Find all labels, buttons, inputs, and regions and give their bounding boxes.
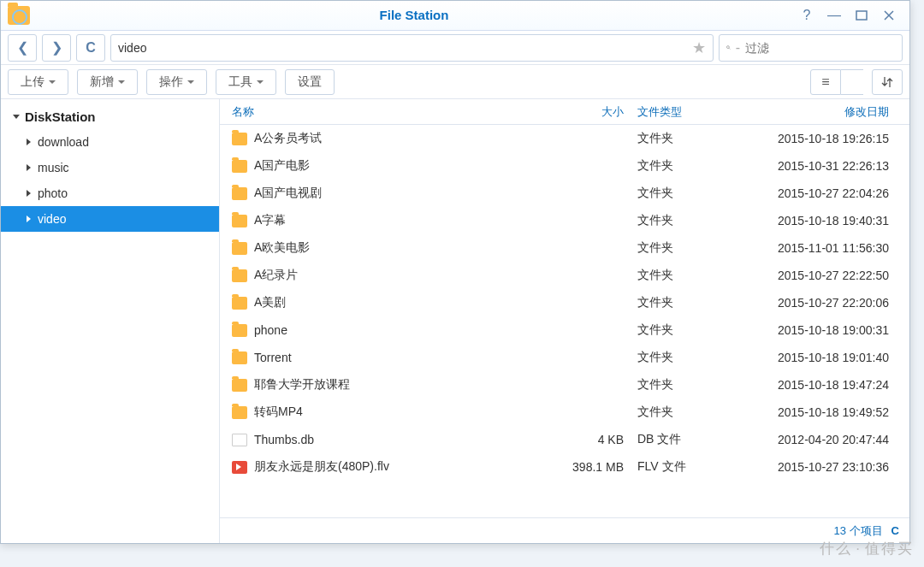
file-date: 2015-10-27 22:20:06 [732,296,903,310]
chevron-left-icon: ❮ [17,39,28,56]
filter-box[interactable]: - [719,34,903,62]
folder-icon [232,160,247,173]
file-row[interactable]: A美剧文件夹2015-10-27 22:20:06 [220,289,909,316]
folder-icon [232,242,247,255]
file-name: phone [254,323,287,337]
tool-button[interactable]: 工具 [216,69,276,95]
grid-body[interactable]: A公务员考试文件夹2015-10-18 19:26:15A国产电影文件夹2015… [220,125,909,517]
settings-button[interactable]: 设置 [285,69,335,95]
folder-icon [232,269,247,282]
close-button[interactable] [875,4,903,27]
file-row[interactable]: A纪录片文件夹2015-10-27 22:22:50 [220,262,909,289]
help-button[interactable]: ? [793,4,820,27]
expand-icon [27,139,31,145]
folder-icon [232,406,247,419]
sort-icon [880,76,894,88]
search-icon [726,41,731,54]
maximize-icon [856,9,868,21]
sort-button[interactable] [872,69,903,95]
file-row[interactable]: Torrent文件夹2015-10-18 19:01:40 [220,344,909,371]
main-pane: 名称 大小 文件类型 修改日期 A公务员考试文件夹2015-10-18 19:2… [220,99,909,543]
back-button[interactable]: ❮ [8,34,37,62]
create-button[interactable]: 新增 [77,69,138,95]
file-type: 文件夹 [629,240,732,256]
file-row[interactable]: A欧美电影文件夹2015-11-01 11:56:30 [220,234,909,262]
file-date: 2015-10-31 22:26:13 [732,159,903,173]
maximize-button[interactable] [848,4,875,27]
list-view-icon: ≡ [821,74,829,90]
star-icon[interactable]: ★ [692,38,706,57]
flash-file-icon [232,461,247,474]
column-header-type[interactable]: 文件类型 [629,104,732,120]
file-row[interactable]: A国产电影文件夹2015-10-31 22:26:13 [220,152,909,180]
app-icon [8,6,30,25]
file-date: 2015-10-18 19:01:40 [732,351,903,364]
sidebar-item-label: download [38,135,89,149]
sidebar-item-label: music [38,161,69,174]
file-name: A欧美电影 [254,240,310,256]
column-header-name[interactable]: 名称 [220,104,552,120]
folder-icon [232,297,247,310]
navigation-bar: ❮ ❯ C ★ - [1,31,909,65]
file-date: 2015-10-18 19:26:15 [732,132,903,145]
file-row[interactable]: A国产电视剧文件夹2015-10-27 22:04:26 [220,180,909,207]
tool-label: 工具 [228,74,252,90]
folder-icon [232,351,247,364]
folder-icon [232,133,247,145]
path-input[interactable] [118,41,692,55]
status-bar: 13 个项目 C [220,517,909,543]
refresh-button[interactable]: C [76,34,105,62]
file-size: 4 KB [552,433,629,446]
forward-button[interactable]: ❯ [42,34,71,62]
file-type: 文件夹 [629,268,732,283]
file-row[interactable]: A公务员考试文件夹2015-10-18 19:26:15 [220,125,909,152]
status-refresh-button[interactable]: C [891,524,899,537]
folder-icon [232,324,247,337]
file-icon [232,434,247,446]
column-header-size[interactable]: 大小 [552,104,629,120]
path-bar[interactable]: ★ [110,34,714,62]
list-view-button[interactable]: ≡ [810,69,841,95]
file-type: 文件夹 [629,295,732,310]
file-row[interactable]: Thumbs.db4 KBDB 文件2012-04-20 20:47:44 [220,426,909,453]
filter-separator: - [736,40,740,56]
file-row[interactable]: 朋友永远是朋友(480P).flv398.1 MBFLV 文件2015-10-2… [220,453,909,481]
minimize-button[interactable]: — [820,4,848,27]
file-row[interactable]: 耶鲁大学开放课程文件夹2015-10-18 19:47:24 [220,371,909,399]
folder-icon [232,187,247,200]
tree-root[interactable]: DiskStation [1,104,219,129]
file-name: 转码MP4 [254,405,303,420]
file-date: 2015-10-18 19:40:31 [732,214,903,227]
chevron-right-icon: ❯ [51,39,62,56]
expand-icon [13,115,20,119]
view-dropdown-button[interactable] [841,69,863,95]
sidebar-item-music[interactable]: music [1,155,219,180]
caret-down-icon [49,80,56,84]
tree-root-label: DiskStation [25,109,96,124]
sidebar-item-video[interactable]: video [1,206,219,232]
file-size: 398.1 MB [552,460,629,474]
file-name: A国产电影 [254,158,310,174]
file-row[interactable]: phone文件夹2015-10-18 19:00:31 [220,316,909,344]
grid-header: 名称 大小 文件类型 修改日期 [220,99,909,125]
svg-point-1 [726,46,729,49]
upload-button[interactable]: 上传 [8,69,68,95]
settings-label: 设置 [298,74,322,90]
help-icon: ? [803,8,811,23]
refresh-icon: C [86,40,96,56]
close-icon [883,9,895,21]
action-button[interactable]: 操作 [146,69,207,95]
sidebar-item-photo[interactable]: photo [1,180,219,206]
file-name: A国产电视剧 [254,186,322,201]
minimize-icon: — [827,8,841,23]
title-bar: File Station ? — [1,1,909,31]
upload-label: 上传 [21,74,44,90]
filter-input[interactable] [745,41,895,55]
file-date: 2015-10-18 19:49:52 [732,405,903,419]
file-name: Thumbs.db [254,433,314,446]
column-header-date[interactable]: 修改日期 [732,104,903,120]
file-row[interactable]: 转码MP4文件夹2015-10-18 19:49:52 [220,399,909,426]
file-row[interactable]: A字幕文件夹2015-10-18 19:40:31 [220,207,909,234]
sidebar-item-download[interactable]: download [1,129,219,155]
caret-down-icon [257,80,264,84]
